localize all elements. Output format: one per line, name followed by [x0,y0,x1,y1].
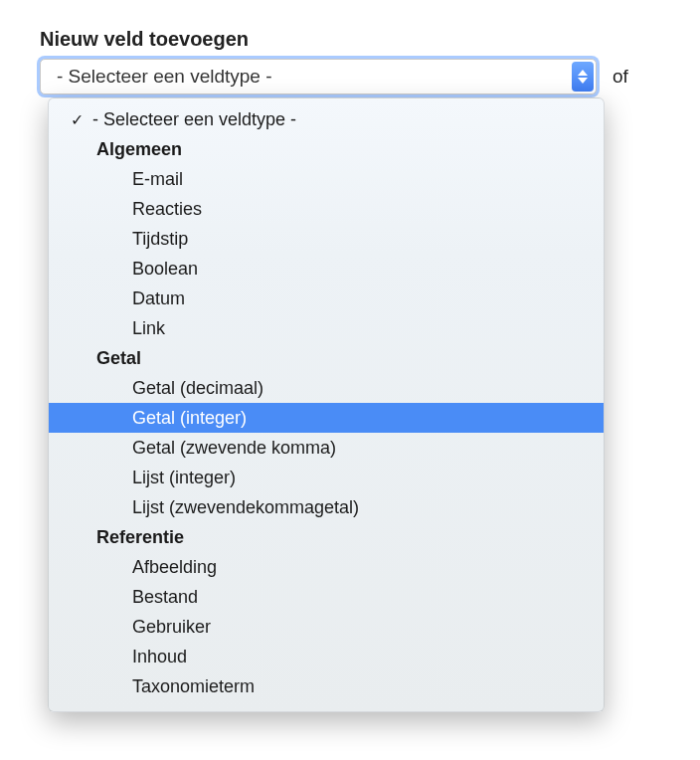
dropdown-option-gebruiker[interactable]: Gebruiker [49,612,604,642]
dropdown-option-getal-zwevende-komma[interactable]: Getal (zwevende komma) [49,433,604,463]
dropdown-group-getal: Getal [49,343,604,373]
dropdown-option-lijst-integer[interactable]: Lijst (integer) [49,463,604,492]
dropdown-option-boolean[interactable]: Boolean [49,254,604,284]
dropdown-option-label: - Selecteer een veldtype - [92,109,296,130]
dropdown-option-reacties[interactable]: Reacties [49,194,604,224]
dropdown-option-taxonomieterm[interactable]: Taxonomieterm [49,671,604,701]
select-current-value: - Selecteer een veldtype - [57,66,272,88]
dropdown-option-getal-decimaal[interactable]: Getal (decimaal) [49,373,604,403]
dropdown-option-datum[interactable]: Datum [49,284,604,313]
dropdown-group-referentie: Referentie [49,522,604,552]
dropdown-group-algemeen: Algemeen [49,134,604,164]
dropdown-option-getal-integer[interactable]: Getal (integer) [49,403,604,433]
select-arrows-icon [572,62,594,92]
field-type-dropdown: ✓ - Selecteer een veldtype - Algemeen E-… [48,97,605,712]
select-row: - Selecteer een veldtype - of [40,59,660,95]
dropdown-option-bestand[interactable]: Bestand [49,582,604,612]
dropdown-option-tijdstip[interactable]: Tijdstip [49,224,604,254]
dropdown-option-placeholder[interactable]: ✓ - Selecteer een veldtype - [49,104,604,134]
dropdown-option-lijst-zwevendekommagetal[interactable]: Lijst (zwevendekommagetal) [49,492,604,522]
check-icon: ✓ [71,110,92,129]
dropdown-option-email[interactable]: E-mail [49,164,604,194]
dropdown-option-link[interactable]: Link [49,313,604,343]
dropdown-option-inhoud[interactable]: Inhoud [49,642,604,671]
or-label: of [612,66,628,88]
dropdown-option-afbeelding[interactable]: Afbeelding [49,552,604,582]
page-title: Nieuw veld toevoegen [40,28,660,51]
field-type-select[interactable]: - Selecteer een veldtype - [40,59,597,95]
